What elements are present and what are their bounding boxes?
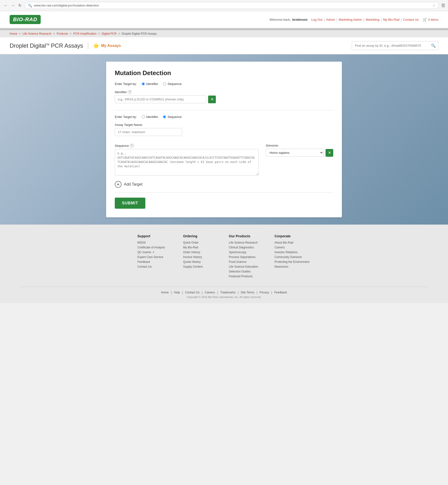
sequence-help-icon[interactable]: ?: [130, 144, 134, 147]
radio-identifier-1[interactable]: [142, 82, 145, 85]
site-header: BIO‑RAD Welcome back, brobinson Log Out …: [0, 11, 448, 28]
footer-bottom-trademarks[interactable]: Trademarks: [220, 291, 236, 294]
my-bio-rad-link[interactable]: My Bio-Rad: [383, 18, 400, 21]
footer-qc-inserts-link[interactable]: QC Inserts ↗: [137, 251, 174, 254]
breadcrumb-home[interactable]: Home: [10, 32, 17, 35]
genome-clear-button[interactable]: ✕: [326, 149, 333, 157]
assay-search-button[interactable]: 🔍: [429, 41, 438, 50]
footer-life-science-research-link[interactable]: Life Science Research: [229, 241, 265, 244]
footer-bottom-site-terms[interactable]: Site Terms: [241, 291, 254, 294]
assay-target-name-input[interactable]: [115, 128, 182, 136]
site-footer: Support MSDS Certificate of Analysis QC …: [0, 225, 448, 303]
submit-divider: [115, 193, 333, 193]
footer-my-bio-rad-link[interactable]: My Bio-Rad: [183, 246, 219, 249]
footer-careers-link[interactable]: Careers: [274, 246, 311, 249]
identifier-help-icon[interactable]: ?: [128, 90, 132, 94]
footer-order-history-link[interactable]: Order History: [183, 251, 219, 254]
page-title: Droplet DigitalTM PCR Assays: [10, 42, 88, 49]
genome-select[interactable]: Homo sapiens Mus musculus Rattus norvegi…: [266, 149, 324, 157]
sequence-textarea[interactable]: [115, 149, 259, 176]
footer-protecting-environment-link[interactable]: Protecting the Environment: [274, 260, 311, 264]
footer-selection-guides-link[interactable]: Selection Guides: [229, 270, 265, 273]
footer-bottom-home[interactable]: Home: [161, 291, 169, 294]
reload-button[interactable]: ↻: [17, 3, 22, 8]
footer-bottom-careers[interactable]: Careers: [205, 291, 215, 294]
logout-link[interactable]: Log Out: [311, 18, 322, 21]
footer-quote-history-link[interactable]: Quote History: [183, 260, 219, 264]
footer-bottom-feedback[interactable]: Feedback: [274, 291, 287, 294]
identifier-section: Identifier ? ✕: [115, 90, 333, 103]
radio-sequence-label-2[interactable]: Sequence: [168, 115, 182, 119]
genome-area: Genome: Homo sapiens Mus musculus Rattus…: [266, 144, 333, 157]
breadcrumb: Home > Life Science Research > Products …: [0, 30, 448, 37]
genome-label: Genome:: [266, 144, 333, 147]
forward-button[interactable]: →: [10, 3, 16, 8]
footer-coa-link[interactable]: Certificate of Analysis: [137, 246, 174, 249]
add-target-circle-icon[interactable]: +: [115, 181, 121, 188]
footer-clinical-diagnostics-link[interactable]: Clinical Diagnostics: [229, 246, 265, 249]
enter-target-label-1: Enter Target by:: [115, 82, 137, 86]
footer-bottom-help[interactable]: Help: [174, 291, 180, 294]
breadcrumb-products[interactable]: Products: [57, 32, 68, 35]
menu-button[interactable]: ☰: [441, 3, 445, 8]
footer-col-ordering: Ordering Quick Order My Bio-Rad Order Hi…: [183, 234, 219, 279]
site-wrapper: BIO‑RAD Welcome back, brobinson Log Out …: [0, 11, 448, 303]
address-input[interactable]: [34, 4, 431, 7]
welcome-text: Welcome back,: [270, 18, 291, 21]
add-target-row[interactable]: + Add Target: [115, 181, 333, 188]
footer-community-outreach-link[interactable]: Community Outreach: [274, 255, 311, 259]
radio-sequence-1[interactable]: [163, 82, 166, 85]
footer-spectroscopy-link[interactable]: Spectroscopy: [229, 251, 265, 254]
breadcrumb-digital-pcr[interactable]: Digital PCR: [102, 32, 116, 35]
footer-msds-link[interactable]: MSDS: [137, 241, 174, 244]
enter-target-label-2: Enter Target by:: [115, 115, 137, 119]
breadcrumb-life-science[interactable]: Life Science Research: [23, 32, 51, 35]
footer-bottom-contact-us[interactable]: Contact Us: [185, 291, 200, 294]
content-card: Mutation Detection Enter Target by: Iden…: [106, 62, 342, 217]
footer-process-separations-link[interactable]: Process Separations: [229, 255, 265, 259]
footer-featured-products-link[interactable]: Featured Products: [229, 275, 265, 278]
footer-invoice-history-link[interactable]: Invoice History: [183, 255, 219, 259]
bookmark-icon[interactable]: ☆: [432, 3, 436, 8]
footer-col-our-products: Our Products Life Science Research Clini…: [229, 234, 265, 279]
nav-decoration: [0, 28, 448, 30]
footer-investor-relations-link[interactable]: Investor Relations: [274, 251, 311, 254]
sequence-genome-row: Sequence ? Genome: Homo sapiens Mus musc…: [115, 144, 333, 176]
identifier-clear-button[interactable]: ✕: [208, 96, 216, 103]
identifier-input[interactable]: [115, 95, 206, 103]
footer-col-corporate: Corporate About Bio-Rad Careers Investor…: [274, 234, 311, 279]
contact-us-header-link[interactable]: Contact Us: [403, 18, 419, 21]
marketing-link[interactable]: Marketing: [366, 18, 379, 21]
breadcrumb-pcr-amplification[interactable]: PCR Amplification: [73, 32, 96, 35]
footer-col-support: Support MSDS Certificate of Analysis QC …: [137, 234, 174, 279]
cart-area[interactable]: 🛒 0 items: [423, 17, 438, 22]
footer-contact-us-link[interactable]: Contact Us: [137, 265, 174, 268]
enter-target-row-1: Enter Target by: Identifier Sequence: [115, 82, 333, 86]
submit-button[interactable]: SUBMIT: [115, 198, 145, 209]
back-button[interactable]: ←: [3, 3, 9, 8]
radio-identifier-2[interactable]: [142, 115, 145, 118]
footer-life-science-education-link[interactable]: Life Science Education: [229, 265, 265, 268]
marketing-admin-link[interactable]: Marketing Admin: [339, 18, 362, 21]
cart-icon: 🛒: [423, 17, 427, 22]
radio-identifier-label-1[interactable]: Identifier: [146, 82, 158, 86]
logo[interactable]: BIO‑RAD: [10, 15, 41, 24]
footer-food-science-link[interactable]: Food Science: [229, 260, 265, 264]
admin-link[interactable]: Admin: [326, 18, 335, 21]
footer-newsroom-link[interactable]: Newsroom: [274, 265, 311, 268]
add-target-label[interactable]: Add Target: [124, 182, 143, 186]
browser-address-bar[interactable]: 🔍 ☆: [25, 2, 439, 9]
footer-about-bio-rad-link[interactable]: About Bio-Rad: [274, 241, 311, 244]
radio-identifier-label-2[interactable]: Identifier: [146, 115, 158, 119]
assay-search-input[interactable]: [352, 42, 429, 49]
footer-supply-centers-link[interactable]: Supply Centers: [183, 265, 219, 268]
footer-expert-care-link[interactable]: Expert Care Service: [137, 255, 174, 259]
breadcrumb-current: Droplet Digital PCR Assays: [122, 32, 157, 35]
footer-bottom-privacy[interactable]: Privacy: [260, 291, 269, 294]
radio-sequence-2[interactable]: [163, 115, 166, 118]
sequence-label: Sequence ?: [115, 144, 259, 147]
footer-quick-order-link[interactable]: Quick Order: [183, 241, 219, 244]
radio-sequence-label-1[interactable]: Sequence: [168, 82, 182, 86]
footer-feedback-link[interactable]: Feedback: [137, 260, 174, 264]
my-assays-link[interactable]: 🌟 My Assays: [93, 43, 121, 48]
